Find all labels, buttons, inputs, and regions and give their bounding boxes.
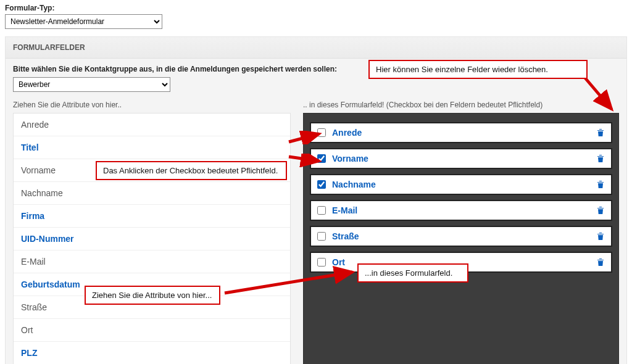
required-checkbox[interactable] xyxy=(317,154,326,163)
contact-group-select[interactable]: Bewerber xyxy=(13,77,170,92)
trash-icon[interactable] xyxy=(596,180,605,189)
source-item[interactable]: E-Mail xyxy=(14,250,290,273)
source-item[interactable]: Ort xyxy=(14,319,290,342)
dest-item[interactable]: Anrede xyxy=(310,122,612,143)
dest-item-label: Straße xyxy=(332,231,596,241)
trash-icon[interactable] xyxy=(596,257,605,267)
dest-hint: .. in dieses Formularfeld! (Checkbox bei… xyxy=(303,101,619,109)
trash-icon[interactable] xyxy=(596,205,605,215)
required-checkbox[interactable] xyxy=(317,206,326,215)
dest-item[interactable]: Vorname xyxy=(310,148,612,169)
trash-icon[interactable] xyxy=(596,128,605,138)
formularfelder-section: FORMULARFELDER Bitte wählen Sie die Kont… xyxy=(5,36,627,364)
required-checkbox[interactable] xyxy=(317,180,326,189)
source-item[interactable]: Titel xyxy=(14,136,290,159)
callout-checkbox-hint: Das Anklicken der Checkbox bedeutet Pfli… xyxy=(96,161,287,180)
source-item[interactable]: PLZ xyxy=(14,342,290,364)
callout-delete-hint: Hier können Sie einzelne Felder wieder l… xyxy=(368,60,588,79)
dest-item-label: Anrede xyxy=(332,128,596,138)
trash-icon[interactable] xyxy=(596,154,605,163)
formular-typ-select[interactable]: Newsletter-Anmeldeformular xyxy=(5,14,162,29)
callout-drop-hint: ...in dieses Formularfeld. xyxy=(357,263,468,283)
source-item[interactable]: Anrede xyxy=(14,114,290,136)
source-item[interactable]: UID-Nummer xyxy=(14,228,290,250)
source-list: AnredeTitelVornameNachnameFirmaUID-Numme… xyxy=(13,113,291,364)
formular-typ-label: Formular-Typ: xyxy=(5,4,627,12)
dest-item[interactable]: Straße xyxy=(310,226,612,247)
required-checkbox[interactable] xyxy=(317,232,326,241)
required-checkbox[interactable] xyxy=(317,258,326,267)
source-item[interactable]: Nachname xyxy=(14,182,290,205)
callout-drag-hint: Ziehen Sie die Attribute von hier... xyxy=(85,286,220,305)
drop-area[interactable]: AnredeVornameNachnameE-MailStraßeOrt xyxy=(303,113,619,364)
section-title: FORMULARFELDER xyxy=(6,37,626,59)
dest-item-label: E-Mail xyxy=(332,205,596,215)
dest-item[interactable]: E-Mail xyxy=(310,200,612,221)
dest-item-label: Nachname xyxy=(332,180,596,189)
dest-item-label: Vorname xyxy=(332,154,596,163)
required-checkbox[interactable] xyxy=(317,128,326,137)
source-item[interactable]: Firma xyxy=(14,205,290,228)
trash-icon[interactable] xyxy=(596,231,605,241)
dest-item[interactable]: Nachname xyxy=(310,174,612,195)
source-hint: Ziehen Sie die Attribute von hier.. xyxy=(13,101,291,109)
